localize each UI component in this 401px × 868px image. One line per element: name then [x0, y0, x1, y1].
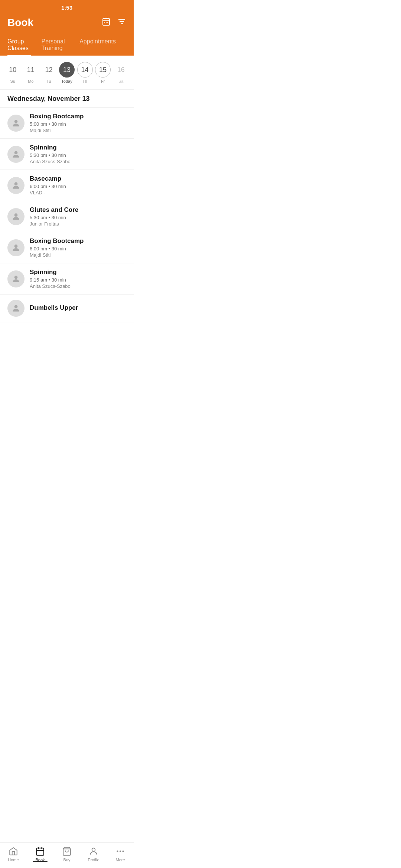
class-name: Boxing Bootcamp [30, 113, 126, 120]
svg-point-4 [104, 22, 105, 23]
header: Book [0, 13, 134, 34]
class-info: Spinning 9:15 am • 30 min Anita Szucs-Sz… [30, 269, 126, 289]
svg-point-10 [14, 120, 18, 123]
class-trainer: Junior Freitas [30, 221, 126, 227]
header-actions [102, 17, 126, 28]
class-time: 6:00 pm • 30 min [30, 246, 126, 251]
day-11-name: Mo [28, 79, 33, 83]
class-info: Dumbells Upper [30, 304, 126, 313]
tab-group-classes[interactable]: Group Classes [7, 34, 31, 56]
class-name: Spinning [30, 269, 126, 276]
day-13-name: Today [61, 79, 72, 83]
class-name: Glutes and Core [30, 206, 126, 214]
class-trainer: Majdi Stiti [30, 252, 126, 258]
list-item[interactable]: Boxing Bootcamp 5:00 pm • 30 min Majdi S… [0, 108, 134, 139]
class-info: Basecamp 6:00 pm • 30 min VLAD - [30, 175, 126, 195]
avatar [7, 270, 25, 287]
class-name: Spinning [30, 144, 126, 151]
tabs-bar: Group Classes Personal Training Appointm… [0, 34, 134, 56]
tab-personal-training[interactable]: Personal Training [41, 34, 69, 56]
day-14-number: 14 [77, 62, 93, 78]
svg-point-15 [14, 276, 18, 279]
day-16-name: Sa [118, 79, 123, 83]
avatar [7, 300, 25, 317]
day-11-number: 11 [23, 62, 39, 78]
list-item[interactable]: Dumbells Upper [0, 295, 134, 322]
day-15-name: Fr [101, 79, 105, 83]
list-item[interactable]: Basecamp 6:00 pm • 30 min VLAD - [0, 170, 134, 201]
day-13-number: 13 [59, 62, 75, 78]
class-list: Boxing Bootcamp 5:00 pm • 30 min Majdi S… [0, 108, 134, 322]
day-14[interactable]: 14 Th [77, 62, 93, 83]
svg-point-12 [14, 182, 18, 185]
class-trainer: Anita Szucs-Szabo [30, 159, 126, 164]
day-15[interactable]: 15 Fr [95, 62, 111, 83]
class-trainer: Anita Szucs-Szabo [30, 283, 126, 289]
class-time: 5:00 pm • 30 min [30, 121, 126, 127]
class-trainer: Majdi Stiti [30, 128, 126, 133]
day-10-name: Su [10, 79, 15, 83]
class-info: Spinning 5:30 pm • 30 min Anita Szucs-Sz… [30, 144, 126, 164]
class-time: 5:30 pm • 30 min [30, 215, 126, 220]
list-item[interactable]: Glutes and Core 5:30 pm • 30 min Junior … [0, 201, 134, 232]
list-item[interactable]: Spinning 5:30 pm • 30 min Anita Szucs-Sz… [0, 139, 134, 170]
avatar [7, 146, 25, 163]
avatar [7, 115, 25, 132]
status-time: 1:53 [61, 4, 72, 11]
svg-point-6 [107, 22, 108, 23]
day-16-number: 16 [113, 62, 129, 78]
class-name: Boxing Bootcamp [30, 237, 126, 245]
day-13[interactable]: 13 Today [59, 62, 75, 83]
svg-point-14 [14, 244, 18, 248]
avatar [7, 239, 25, 256]
section-date: Wednesday, November 13 [0, 90, 134, 108]
class-time: 5:30 pm • 30 min [30, 152, 126, 158]
class-name: Basecamp [30, 175, 126, 183]
day-15-number: 15 [95, 62, 111, 78]
svg-point-16 [14, 305, 18, 308]
avatar [7, 208, 25, 225]
svg-point-13 [14, 213, 18, 217]
day-12[interactable]: 12 Tu [40, 62, 57, 83]
day-12-number: 12 [41, 62, 56, 78]
list-item[interactable]: Boxing Bootcamp 6:00 pm • 30 min Majdi S… [0, 232, 134, 263]
list-item[interactable]: Spinning 9:15 am • 30 min Anita Szucs-Sz… [0, 263, 134, 295]
class-time: 6:00 pm • 30 min [30, 184, 126, 189]
day-12-name: Tu [46, 79, 51, 83]
svg-point-11 [14, 151, 18, 154]
filter-icon[interactable] [117, 17, 126, 28]
svg-rect-0 [103, 19, 110, 25]
svg-point-5 [106, 22, 107, 23]
day-10[interactable]: 10 Su [4, 62, 21, 83]
class-info: Glutes and Core 5:30 pm • 30 min Junior … [30, 206, 126, 227]
class-name: Dumbells Upper [30, 304, 126, 312]
avatar [7, 177, 25, 194]
day-10-number: 10 [5, 62, 20, 78]
class-time: 9:15 am • 30 min [30, 277, 126, 283]
class-info: Boxing Bootcamp 5:00 pm • 30 min Majdi S… [30, 113, 126, 133]
calendar-icon[interactable] [102, 17, 111, 28]
day-16[interactable]: 16 Sa [113, 62, 129, 83]
tab-appointments[interactable]: Appointments [79, 34, 116, 56]
calendar-strip: 10 Su 11 Mo 12 Tu 13 Today 14 Th 15 Fr 1… [0, 56, 134, 90]
day-14-name: Th [82, 79, 87, 83]
status-bar: 1:53 [0, 0, 134, 13]
day-11[interactable]: 11 Mo [23, 62, 39, 83]
class-info: Boxing Bootcamp 6:00 pm • 30 min Majdi S… [30, 237, 126, 258]
class-trainer: VLAD - [30, 190, 126, 195]
header-title: Book [7, 17, 33, 29]
